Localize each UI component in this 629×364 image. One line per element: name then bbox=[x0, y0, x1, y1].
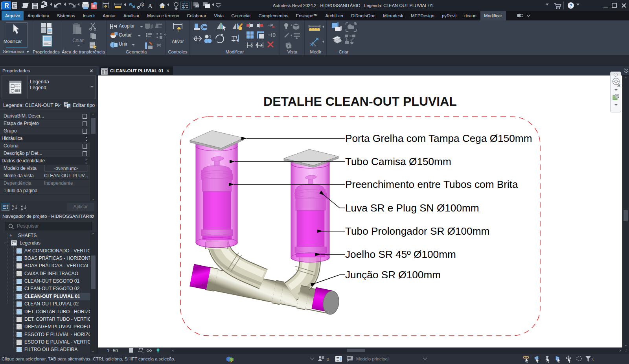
svg-text:Luva SR e Plug SN Ø100mm: Luva SR e Plug SN Ø100mm bbox=[345, 202, 479, 214]
svg-text:1: 1 bbox=[142, 4, 143, 7]
svg-text:2D: 2D bbox=[617, 84, 620, 87]
svg-text:R: R bbox=[4, 2, 9, 9]
svg-text::0: :0 bbox=[591, 357, 594, 362]
svg-text:Preenchimento entre Tubos com: Preenchimento entre Tubos com Brita bbox=[345, 178, 518, 190]
svg-text:Porta Grelha com Tampa Cega Ø1: Porta Grelha com Tampa Cega Ø150mm bbox=[345, 132, 532, 144]
svg-text:Joelho SR 45º Ø100mm: Joelho SR 45º Ø100mm bbox=[345, 248, 456, 260]
svg-text:A: A bbox=[148, 2, 153, 10]
svg-text:?: ? bbox=[569, 3, 572, 9]
svg-text:Junção SR Ø100mm: Junção SR Ø100mm bbox=[345, 269, 441, 281]
svg-text::0: :0 bbox=[326, 357, 329, 362]
svg-text:Tubo Prolongador SR Ø100mm: Tubo Prolongador SR Ø100mm bbox=[345, 225, 489, 237]
svg-text:A: A bbox=[21, 207, 23, 210]
svg-text:Z: Z bbox=[12, 207, 14, 210]
svg-text:DETALHE CLEAN-OUT PLUVIAL: DETALHE CLEAN-OUT PLUVIAL bbox=[263, 94, 457, 108]
svg-text:Tubo Camisa Ø150mm: Tubo Camisa Ø150mm bbox=[345, 156, 451, 167]
